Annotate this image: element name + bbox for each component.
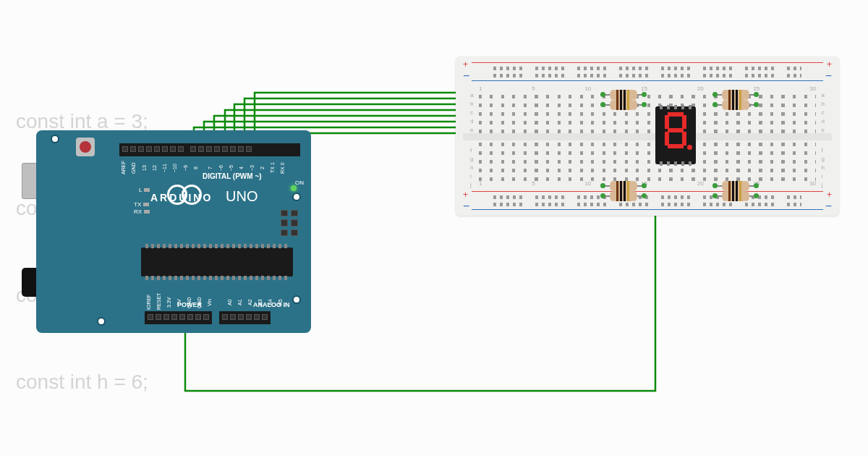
- digital-label: DIGITAL (PWM ~): [203, 172, 262, 180]
- resistor[interactable]: [603, 100, 644, 110]
- mount-hole: [292, 295, 301, 304]
- brand-label: ARDUINO: [150, 192, 213, 203]
- resistor[interactable]: [603, 90, 644, 100]
- terminal-strip-upper[interactable]: [479, 91, 816, 133]
- mount-hole: [292, 193, 301, 201]
- power-rail-top[interactable]: [472, 62, 823, 81]
- led-RX-label: RX: [134, 208, 150, 215]
- led-L-label: L: [139, 187, 150, 193]
- power-pin-labels: IOREFRESET 3.3V5V GNDGND Vin A0A1 A2A3 A…: [146, 295, 286, 310]
- bottom-pin-header[interactable]: [145, 311, 304, 324]
- digital-pin-header[interactable]: [119, 143, 300, 156]
- resistor[interactable]: [603, 191, 644, 201]
- power-rail-bottom[interactable]: [472, 191, 823, 210]
- led-TX-label: TX: [134, 201, 149, 208]
- resistor[interactable]: [715, 181, 756, 191]
- segment-digit: [665, 112, 686, 148]
- arduino-uno-board[interactable]: AREFGND 1312 ~11~10 ~98 7~6 ~54 ~32 TX 1…: [22, 130, 311, 333]
- row-letters-left: ab cd e fg hi j: [470, 91, 473, 190]
- column-numbers-bottom: 1 5 10 15 20 25 30: [479, 180, 816, 187]
- reset-button[interactable]: [76, 138, 95, 156]
- on-label: ON: [295, 180, 304, 186]
- resistor[interactable]: [715, 191, 756, 201]
- mount-hole: [51, 135, 59, 143]
- icsp-header[interactable]: [281, 210, 298, 236]
- atmega-chip: [141, 248, 293, 276]
- breadboard[interactable]: + − + − + − + − 1 5 10 15 20 25 30 ab cd…: [456, 56, 839, 216]
- mount-hole: [97, 317, 106, 326]
- model-label: UNO: [226, 188, 258, 205]
- resistor[interactable]: [603, 181, 644, 191]
- terminal-strip-lower[interactable]: [479, 139, 816, 181]
- resistor[interactable]: [715, 100, 756, 110]
- row-letters-right: ab cd e fg hi j: [822, 91, 825, 190]
- resistor[interactable]: [715, 90, 756, 100]
- seven-segment-display[interactable]: [655, 106, 696, 164]
- power-on-led: [291, 185, 297, 191]
